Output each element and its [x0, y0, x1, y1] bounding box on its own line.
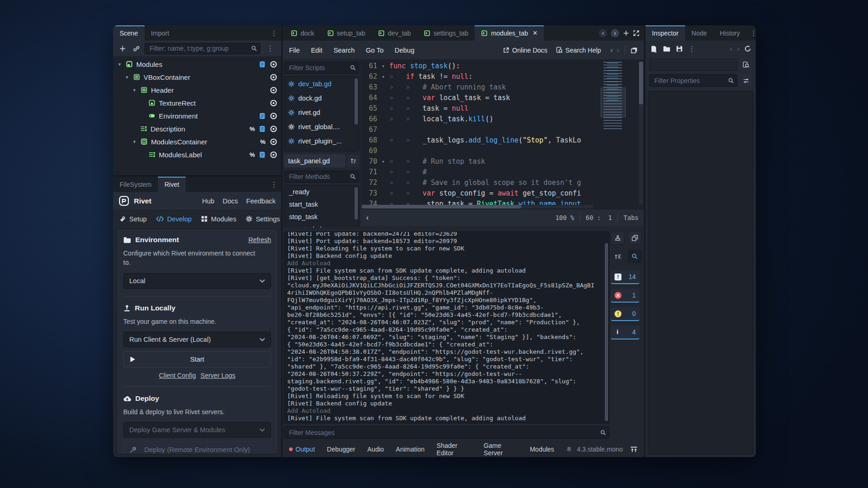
tree-row-description[interactable]: Description %: [113, 122, 281, 135]
menu-edit[interactable]: Edit: [311, 47, 322, 54]
collapse-scripts-panel-icon[interactable]: ‹: [366, 214, 368, 222]
rivet-dock-menu-icon[interactable]: ⋮: [267, 177, 281, 192]
copy-output-icon[interactable]: [628, 232, 642, 244]
menu-debug[interactable]: Debug: [395, 47, 415, 54]
expand-editor-icon[interactable]: [633, 30, 639, 36]
code-editor[interactable]: 61▾func stop_task():62▾» if task != null…: [361, 60, 644, 209]
caret-position[interactable]: 60 : 1: [586, 214, 612, 221]
scene-tree[interactable]: ▾ Modules ▾ VBoxContainer ▾ Header: [113, 56, 281, 175]
collapse-icon[interactable]: ▾: [132, 87, 137, 93]
scene-toolbar-menu-icon[interactable]: ⋮: [263, 44, 277, 53]
sort-methods-icon[interactable]: [347, 155, 359, 167]
selected-script-row[interactable]: task_panel.gd: [284, 154, 345, 167]
visibility-eye-icon[interactable]: [270, 138, 277, 146]
script-list[interactable]: dev_tab.gd dock.gd rivet.gd rivet_global…: [284, 76, 359, 151]
method-item[interactable]: stop_task: [284, 210, 359, 223]
filter-scripts-input[interactable]: [284, 62, 359, 74]
rivet-nav-develop[interactable]: Develop: [156, 215, 192, 223]
unique-name-icon[interactable]: %: [249, 125, 255, 132]
collapse-icon[interactable]: ▾: [132, 139, 137, 145]
visibility-eye-icon[interactable]: [270, 86, 277, 94]
script-icon[interactable]: [259, 113, 265, 119]
visibility-eye-icon[interactable]: [270, 99, 277, 107]
deploy-select[interactable]: Deploy Game Server & Modules: [123, 422, 271, 438]
next-scene-tab-icon[interactable]: ›: [611, 29, 619, 37]
code-vscrollbar[interactable]: [639, 62, 643, 104]
menu-goto[interactable]: Go To: [366, 47, 383, 54]
script-icon[interactable]: [259, 151, 265, 158]
scene-rivet-splitter[interactable]: [113, 175, 281, 177]
new-scene-tab-icon[interactable]: [623, 30, 629, 36]
script-list-scrollbar[interactable]: [355, 78, 358, 125]
tree-row-modules[interactable]: ▾ Modules: [113, 58, 281, 71]
filter-messages-toggle[interactable]: ! 14: [611, 270, 639, 284]
online-docs-button[interactable]: Online Docs: [503, 47, 547, 54]
script-icon[interactable]: [259, 61, 265, 68]
collapse-icon[interactable]: ▾: [124, 74, 130, 80]
tab-scene[interactable]: Scene: [113, 25, 145, 41]
search-output-icon[interactable]: [628, 250, 642, 263]
left-splitter[interactable]: [281, 25, 283, 457]
visibility-eye-icon[interactable]: [270, 73, 277, 81]
tree-row-environment[interactable]: Environment: [113, 109, 281, 122]
close-icon[interactable]: ✕: [533, 30, 538, 36]
method-list-scrollbar[interactable]: [355, 187, 358, 220]
inspector-properties-area[interactable]: [648, 91, 753, 455]
environment-select[interactable]: Local: [123, 273, 271, 289]
bottom-tab-animation[interactable]: Animation: [396, 446, 424, 453]
tab-rivet[interactable]: Rivet: [158, 177, 186, 192]
filter-errors-toggle[interactable]: ✕ 1: [611, 289, 639, 303]
method-item[interactable]: _ready: [284, 185, 359, 198]
tree-row-vboxcontainer[interactable]: ▾ VBoxContainer: [113, 71, 281, 83]
filter-options-icon[interactable]: [740, 74, 752, 87]
script-item[interactable]: rivet.gd: [284, 105, 359, 119]
inspector-forward-icon[interactable]: ›: [737, 44, 740, 54]
bottom-tab-modules[interactable]: Modules: [530, 446, 554, 453]
script-item[interactable]: rivet_global....: [284, 119, 359, 134]
bottom-tab-audio[interactable]: Audio: [368, 446, 384, 453]
visibility-eye-icon[interactable]: [270, 60, 277, 68]
bottom-tab-debugger[interactable]: Debugger: [327, 446, 356, 453]
prev-scene-tab-icon[interactable]: ‹: [599, 29, 607, 37]
unique-name-icon[interactable]: %: [260, 138, 265, 145]
expand-bottom-panel-icon[interactable]: [630, 446, 638, 452]
deploy-button[interactable]: Deploy (Remote Environment Only): [123, 441, 271, 454]
rivet-nav-settings[interactable]: Settings: [246, 215, 280, 223]
inspector-back-icon[interactable]: ‹: [730, 44, 733, 54]
bottom-tab-output[interactable]: Output: [289, 446, 315, 453]
filter-messages-input[interactable]: [284, 426, 609, 439]
visibility-eye-icon[interactable]: [270, 151, 277, 159]
visibility-eye-icon[interactable]: [270, 112, 277, 120]
start-button[interactable]: Start: [123, 351, 271, 368]
tab-import[interactable]: Import: [145, 25, 176, 41]
object-history-icon[interactable]: [744, 45, 751, 52]
right-splitter[interactable]: [644, 25, 645, 457]
add-node-icon[interactable]: [117, 43, 128, 54]
filter-edits-toggle[interactable]: 4: [611, 326, 639, 339]
menu-file[interactable]: File: [289, 47, 300, 54]
save-icon[interactable]: [676, 45, 683, 52]
tree-row-texturerect[interactable]: TextureRect: [113, 96, 281, 109]
output-log[interactable]: [Rivet] Port update: backend=24721 edito…: [284, 232, 609, 423]
instance-scene-icon[interactable]: [131, 43, 142, 54]
scene-filter-input[interactable]: [145, 43, 260, 54]
log-scrollbar[interactable]: [605, 243, 608, 421]
load-resource-folder-icon[interactable]: [663, 46, 670, 52]
scene-tab-dev[interactable]: dev_tab: [372, 25, 417, 41]
script-item[interactable]: dock.gd: [284, 91, 359, 105]
zoom-level[interactable]: 100 %: [555, 214, 574, 221]
rivet-nav-modules[interactable]: Modules: [201, 215, 236, 223]
tab-history[interactable]: History: [713, 25, 747, 41]
search-help-button[interactable]: Search Help: [556, 47, 601, 54]
script-item[interactable]: rivet_plugin_...: [284, 134, 359, 148]
code-hscrollbar[interactable]: [362, 205, 521, 208]
client-config-link[interactable]: Client Config: [159, 372, 196, 379]
history-back-icon[interactable]: ‹: [610, 46, 613, 55]
refresh-link[interactable]: Refresh: [248, 236, 271, 244]
tree-row-moduleslabel[interactable]: ModulesLabel %: [113, 148, 281, 161]
minimap[interactable]: [601, 62, 634, 182]
version-label[interactable]: 4.3.stable.mono: [577, 446, 623, 453]
rivet-nav-setup[interactable]: Setup: [119, 215, 147, 223]
tab-node[interactable]: Node: [685, 25, 713, 41]
tree-row-modulescontainer[interactable]: ▾ ModulesContainer %: [113, 135, 281, 148]
